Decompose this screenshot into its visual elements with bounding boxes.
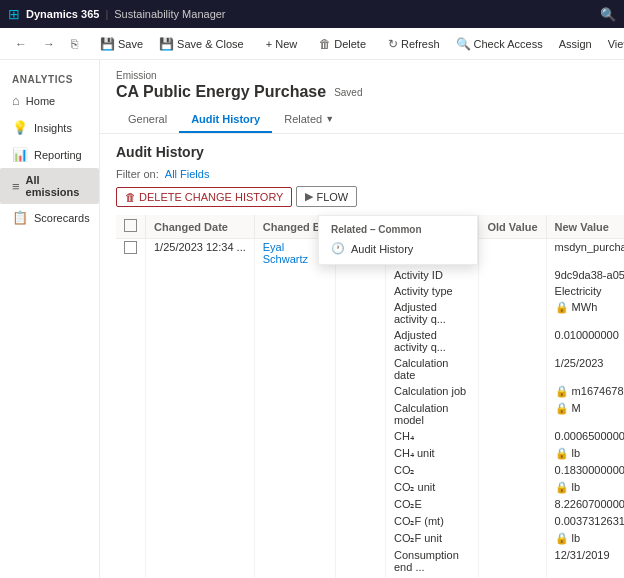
tab-related[interactable]: Related ▼ — [272, 107, 346, 133]
changed-field: CO₂F (mt) — [385, 513, 478, 530]
page-title: CA Public Energy Purchase Saved — [116, 83, 608, 101]
save-icon: 💾 — [100, 37, 115, 51]
audit-table: Changed Date Changed By Event Changed Fi… — [116, 215, 624, 578]
old-value — [479, 547, 546, 575]
filter-label: Filter on: — [116, 168, 159, 180]
nav-separator: | — [105, 8, 108, 20]
forward-button[interactable]: → — [36, 34, 62, 54]
save-close-button[interactable]: 💾 Save & Close — [152, 34, 251, 54]
module-name: Sustainability Manager — [114, 8, 225, 20]
flow-action-button[interactable]: ▶ FLOW — [296, 186, 357, 207]
changed-field: CH₄ — [385, 428, 478, 445]
col-checkbox — [116, 215, 146, 239]
new-value: 🔒 lb — [546, 530, 624, 547]
changed-field: Activity type — [385, 283, 478, 299]
clock-icon: 🕐 — [331, 242, 345, 255]
dropdown-item-audit-history[interactable]: 🕐 Audit History — [319, 237, 477, 260]
copy-button[interactable]: ⎘ — [64, 34, 85, 54]
all-emissions-icon: ≡ — [12, 179, 20, 194]
delete-button[interactable]: 🗑 Delete — [312, 34, 373, 54]
view-hierarchy-button[interactable]: View Hierarchy — [601, 35, 624, 53]
old-value — [479, 267, 546, 283]
old-value — [479, 239, 546, 268]
insights-icon: 💡 — [12, 120, 28, 135]
delete-change-history-button[interactable]: 🗑 DELETE CHANGE HISTORY — [116, 187, 292, 207]
old-value — [479, 496, 546, 513]
scorecards-icon: 📋 — [12, 210, 28, 225]
action-bar: 🗑 DELETE CHANGE HISTORY ▶ FLOW — [116, 186, 608, 207]
check-access-icon: 🔍 — [456, 37, 471, 51]
saved-badge: Saved — [334, 87, 362, 98]
tab-general[interactable]: General — [116, 107, 179, 133]
search-icon[interactable]: 🔍 — [600, 7, 616, 22]
event-cell: Create — [335, 239, 385, 579]
changed-field: CO₂ — [385, 462, 478, 479]
col-old-value[interactable]: Old Value — [479, 215, 546, 239]
new-value: msdyn_purchasedenergy — [546, 239, 624, 268]
new-value: 🔒 lb — [546, 445, 624, 462]
forward-icon: → — [43, 37, 55, 51]
page-subtitle: Emission — [116, 70, 608, 81]
sidebar-item-reporting[interactable]: 📊 Reporting — [0, 141, 99, 168]
home-icon: ⌂ — [12, 93, 20, 108]
check-access-button[interactable]: 🔍 Check Access — [449, 34, 550, 54]
old-value — [479, 283, 546, 299]
new-value: 🔒 MWh — [546, 299, 624, 327]
audit-history-title: Audit History — [116, 144, 608, 160]
app-container: Analytics ⌂ Home 💡 Insights 📊 Reporting … — [0, 60, 624, 578]
new-value: 0.1830000000 — [546, 462, 624, 479]
changed-field: CO₂F unit — [385, 530, 478, 547]
back-button[interactable]: ← — [8, 34, 34, 54]
sidebar-item-home-label: Home — [26, 95, 55, 107]
back-icon: ← — [15, 37, 27, 51]
refresh-button[interactable]: ↻ Refresh — [381, 34, 447, 54]
changed-field: CH₄ unit — [385, 445, 478, 462]
grid-icon: ⊞ — [8, 6, 20, 22]
sidebar-item-all-emissions[interactable]: ≡ All emissions — [0, 168, 99, 204]
changed-field: Adjusted activity q... — [385, 299, 478, 327]
chevron-down-icon: ▼ — [325, 114, 334, 124]
sidebar-item-home[interactable]: ⌂ Home — [0, 87, 99, 114]
row-checkbox[interactable] — [124, 241, 137, 254]
col-changed-date[interactable]: Changed Date — [146, 215, 255, 239]
old-value — [479, 299, 546, 327]
tabs: General Audit History Related ▼ Related … — [100, 107, 624, 134]
old-value — [479, 428, 546, 445]
changed-field: Adjusted activity q... — [385, 327, 478, 355]
changed-field: Calculation job — [385, 383, 478, 400]
old-value — [479, 462, 546, 479]
changed-field: Consumption end ... — [385, 547, 478, 575]
new-value: 12/31/2019 — [546, 547, 624, 575]
sidebar-item-all-emissions-label: All emissions — [26, 174, 87, 198]
sidebar: Analytics ⌂ Home 💡 Insights 📊 Reporting … — [0, 60, 100, 578]
changed-by[interactable]: Eyal Schwartz — [254, 239, 335, 579]
changed-field: CO₂E — [385, 496, 478, 513]
old-value — [479, 355, 546, 383]
refresh-icon: ↻ — [388, 37, 398, 51]
old-value — [479, 513, 546, 530]
save-button[interactable]: 💾 Save — [93, 34, 150, 54]
changed-field: CO₂ unit — [385, 479, 478, 496]
tab-audit-history[interactable]: Audit History — [179, 107, 272, 133]
filter-value[interactable]: All Fields — [165, 168, 210, 180]
new-value: 9dc9da38-a051-fbdc-4... — [546, 267, 624, 283]
brand-logo: ⊞ Dynamics 365 | Sustainability Manager — [8, 6, 226, 22]
new-value: 0.010000000 — [546, 327, 624, 355]
main-content: Emission CA Public Energy Purchase Saved… — [100, 60, 624, 578]
reporting-icon: 📊 — [12, 147, 28, 162]
changed-field: Calculation date — [385, 355, 478, 383]
top-navigation: ⊞ Dynamics 365 | Sustainability Manager … — [0, 0, 624, 28]
new-value: Electricity — [546, 283, 624, 299]
sidebar-item-scorecards[interactable]: 📋 Scorecards — [0, 204, 99, 231]
old-value — [479, 400, 546, 428]
col-new-value[interactable]: New Value — [546, 215, 624, 239]
new-value: 0.0037312631 — [546, 513, 624, 530]
header-checkbox[interactable] — [124, 219, 137, 232]
new-button[interactable]: + New — [259, 35, 305, 53]
delete-history-icon: 🗑 — [125, 191, 136, 203]
toolbar: ← → ⎘ 💾 Save 💾 Save & Close + New 🗑 Dele… — [0, 28, 624, 60]
old-value — [479, 479, 546, 496]
assign-button[interactable]: Assign — [552, 35, 599, 53]
new-value: 🔒 M — [546, 400, 624, 428]
sidebar-item-insights[interactable]: 💡 Insights — [0, 114, 99, 141]
